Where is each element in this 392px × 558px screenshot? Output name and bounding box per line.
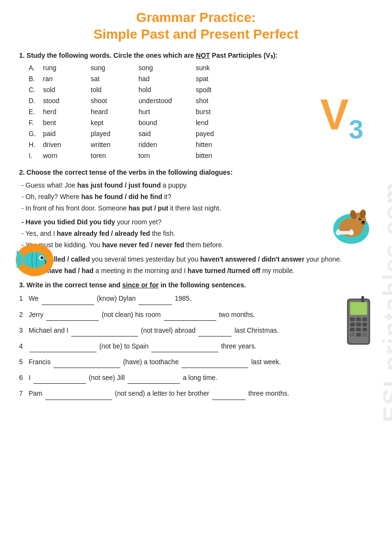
title-block: Grammar Practice: Simple Past and Presen…: [19, 10, 373, 43]
sentence-row: 7Pam (not send) a letter to her brother …: [19, 388, 373, 400]
dialogue-text: - In front of his front door. Someone: [21, 204, 128, 212]
word-col2: sat: [91, 74, 138, 84]
title-line2: Simple Past and Present Perfect: [19, 26, 373, 43]
word-row: B. ran sat had spat: [29, 74, 373, 84]
word-col3: said: [138, 129, 196, 139]
word-col1: rung: [43, 63, 91, 73]
word-letter: H.: [29, 140, 43, 150]
word-letter: I.: [29, 151, 43, 161]
word-col3: song: [138, 63, 196, 73]
dialogue-line: - Oh, really? Where has he found / did h…: [21, 191, 373, 203]
sentence-number: 2: [19, 309, 29, 321]
word-col1: paid: [43, 129, 91, 139]
dialogue-text: the fish.: [150, 230, 175, 237]
fill-blank-1: [71, 329, 138, 337]
word-col4: sunk: [196, 63, 234, 73]
sentence-text: We (know) Dylan 1985.: [29, 293, 373, 305]
word-col3: hurt: [138, 107, 196, 117]
dialogue-bold-text: haven't answered / didn't answer: [200, 255, 304, 263]
dialogue-text: your phone.: [305, 255, 342, 263]
svg-rect-25: [350, 323, 355, 326]
sentence-text: (not be) to Spain three years.: [29, 340, 373, 352]
section3-since-or-for: since or for: [122, 281, 159, 289]
sentence-row: 2Jerry (not clean) his room two months.: [19, 309, 373, 321]
fill-blank-2: [151, 345, 218, 352]
word-col4: spoilt: [196, 85, 234, 95]
svg-rect-33: [362, 333, 367, 337]
word-col4: spat: [196, 74, 234, 84]
dialogue-bold-text: has put / put: [128, 204, 168, 212]
svg-point-14: [23, 252, 46, 268]
word-col1: ran: [43, 74, 91, 84]
dialogue-text: it there last night.: [168, 204, 221, 212]
v3-letter: V: [320, 91, 349, 138]
fill-blank-1: [53, 360, 120, 368]
dialogue-text: a puppy.: [161, 181, 188, 189]
word-col3: understood: [138, 96, 196, 106]
sentence-row: 6I (not see) Jill a long time.: [19, 372, 373, 384]
word-col1: driven: [43, 140, 91, 150]
dialogue-text: a meeting in the morning and I: [94, 267, 188, 274]
sentence-number: 1: [19, 293, 29, 305]
word-col1: herd: [43, 107, 91, 117]
fish-illustration: [14, 241, 55, 277]
word-letter: D.: [29, 96, 43, 106]
dialogue-text: your room yet?: [115, 218, 161, 226]
fill-blank-1: [33, 376, 86, 384]
sentence-number: 4: [19, 340, 29, 352]
dialogue-bold-text: has just found / just found: [77, 181, 161, 189]
word-col3: hold: [138, 85, 196, 95]
v3-badge: V3: [320, 93, 363, 143]
word-letter: A.: [29, 63, 43, 73]
word-col2: played: [91, 129, 138, 139]
svg-rect-21: [350, 302, 367, 315]
svg-rect-28: [350, 328, 355, 332]
word-col2: toren: [91, 151, 138, 161]
dialogue-bold-text: - Have you tidied Did you tidy: [21, 218, 115, 226]
sentence-row: 5Francis (have) a toothache last week.: [19, 356, 373, 368]
word-col2: written: [91, 140, 138, 150]
svg-rect-23: [356, 317, 361, 321]
dialogue-bold-text: has he found / did he find: [81, 193, 162, 200]
dialogue-text: - Oh, really? Where: [21, 193, 81, 200]
svg-rect-26: [356, 323, 361, 326]
section3-title: 3. Write in the correct tense and since …: [19, 281, 373, 289]
dialogue-text: my mobile.: [260, 267, 295, 274]
watermark: ESLprintables.com: [378, 181, 392, 422]
sentence-text: Michael and I (not travel) abroad last C…: [29, 325, 373, 337]
svg-rect-31: [350, 333, 355, 337]
word-col3: torn: [138, 151, 196, 161]
fill-blank-2: [138, 297, 172, 305]
word-row: A. rung sung song sunk: [29, 63, 373, 73]
dialogue-bold-text: have never fed / never fed: [102, 241, 184, 249]
dialogue-line: - In front of his front door. Someone ha…: [21, 203, 373, 214]
word-col2: kept: [91, 118, 138, 128]
svg-point-5: [359, 218, 361, 220]
word-col1: sold: [43, 85, 91, 95]
word-col1: worn: [43, 151, 91, 161]
section1-not: NOT: [196, 52, 210, 59]
word-col1: stood: [43, 96, 91, 106]
dialogue-bold-text: have already fed / already fed: [57, 230, 150, 237]
svg-point-17: [41, 256, 43, 259]
section3-instruction-start: 3. Write in the correct tense and: [19, 281, 122, 289]
fill-blank-1: [30, 345, 96, 352]
dialogue-line: - Sorry I have had / had a meeting in th…: [21, 265, 373, 277]
word-letter: E.: [29, 107, 43, 117]
section1-instruction-start: 1. Study the following words. Circle the…: [19, 52, 196, 59]
sentence-text: I (not see) Jill a long time.: [29, 372, 373, 384]
section-3: 3. Write in the correct tense and since …: [19, 281, 373, 400]
dialogue-bold-text: have turned /turned off: [188, 267, 260, 274]
dialogue-text: them before.: [184, 241, 224, 249]
section3-instruction-end: in the following sentences.: [159, 281, 246, 289]
fill-blank-2: [127, 376, 180, 384]
section1-title: 1. Study the following words. Circle the…: [19, 52, 373, 59]
word-col2: told: [91, 85, 138, 95]
word-letter: F.: [29, 118, 43, 128]
svg-rect-32: [356, 333, 361, 337]
svg-rect-29: [356, 328, 361, 332]
sentence-text: Pam (not send) a letter to her brother t…: [29, 388, 373, 400]
word-col4: hitten: [196, 140, 234, 150]
section2-instruction: 2. Choose the correct tense of the verbs…: [19, 168, 233, 176]
v3-subscript: 3: [349, 115, 363, 144]
